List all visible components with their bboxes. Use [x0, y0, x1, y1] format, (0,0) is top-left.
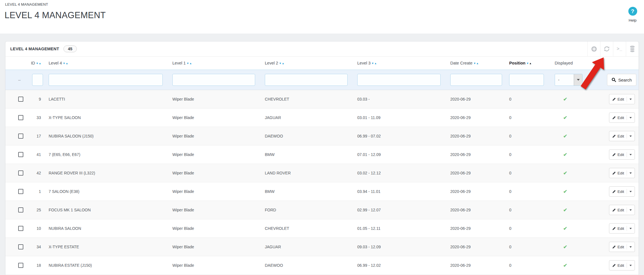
show-sql-query-button[interactable]: >_ [613, 41, 626, 56]
filter-date-create-input[interactable] [450, 74, 502, 86]
add-new-button[interactable] [587, 41, 600, 56]
sort-asc-icon[interactable]: ▲ [66, 62, 68, 65]
edit-dropdown-caret[interactable] [629, 99, 632, 100]
column-header-position[interactable]: Position▼▲ [506, 57, 551, 70]
sort-asc-icon[interactable]: ▲ [529, 62, 532, 65]
sort-desc-icon[interactable]: ▼ [371, 62, 374, 65]
export-sql-button[interactable] [626, 41, 639, 56]
cell-position: 0 [506, 201, 551, 219]
table-row: 34X-TYPE ESTATEWiper BladeJAGUAR09.03 - … [5, 238, 639, 256]
sort-asc-icon[interactable]: ▲ [189, 62, 192, 65]
sort-desc-icon[interactable]: ▼ [279, 62, 282, 65]
displayed-check-icon[interactable]: ✔ [563, 244, 567, 250]
edit-dropdown-caret[interactable] [629, 246, 632, 248]
cell-level1: Wiper Blade [169, 219, 261, 238]
column-header-level1[interactable]: Level 1▼▲ [169, 57, 261, 70]
cell-position: 0 [506, 182, 551, 201]
column-header-level3[interactable]: Level 3▼▲ [354, 57, 447, 70]
edit-dropdown-caret[interactable] [629, 265, 632, 266]
edit-dropdown-caret[interactable] [629, 136, 632, 137]
row-checkbox[interactable] [18, 263, 23, 268]
column-header-level4[interactable]: Level 4▼▲ [45, 57, 169, 70]
sort-asc-icon[interactable]: ▲ [476, 62, 479, 65]
displayed-check-icon[interactable]: ✔ [563, 134, 567, 139]
filter-position-input[interactable] [509, 74, 544, 86]
column-header-level2[interactable]: Level 2▼▲ [261, 57, 354, 70]
filter-level2-input[interactable] [265, 74, 348, 86]
column-label: Level 2 [265, 61, 278, 65]
displayed-check-icon[interactable]: ✔ [563, 170, 567, 176]
filter-level3-input[interactable] [357, 74, 441, 86]
edit-button-label: Edit [618, 189, 624, 194]
cell-level1: Wiper Blade [169, 182, 261, 201]
edit-button[interactable]: Edit [609, 223, 635, 234]
sort-desc-icon[interactable]: ▼ [526, 62, 529, 65]
displayed-check-icon[interactable]: ✔ [563, 115, 567, 120]
row-checkbox[interactable] [18, 152, 23, 157]
sort-asc-icon[interactable]: ▲ [282, 62, 284, 65]
edit-button[interactable]: Edit [609, 113, 635, 123]
sort-asc-icon[interactable]: ▲ [39, 62, 41, 65]
displayed-check-icon[interactable]: ✔ [563, 189, 567, 194]
edit-button[interactable]: Edit [609, 149, 635, 160]
row-checkbox[interactable] [18, 134, 23, 139]
edit-dropdown-caret[interactable] [629, 117, 632, 118]
displayed-check-icon[interactable]: ✔ [563, 97, 567, 102]
edit-button[interactable]: Edit [609, 94, 635, 104]
column-header-id[interactable]: ID▼▲ [25, 57, 45, 70]
cell-displayed: ✔ [551, 127, 601, 145]
search-icon [612, 78, 616, 82]
filter-displayed-select[interactable]: - [555, 74, 583, 86]
filter-id-input[interactable] [32, 74, 43, 86]
row-checkbox[interactable] [18, 97, 23, 102]
edit-button[interactable]: Edit [609, 260, 635, 270]
filter-level1-input[interactable] [172, 74, 255, 86]
cell-level1: Wiper Blade [169, 90, 261, 109]
displayed-check-icon[interactable]: ✔ [563, 226, 567, 231]
sort-desc-icon[interactable]: ▼ [63, 62, 65, 65]
cell-actions: Edit [601, 238, 639, 256]
edit-button-label: Edit [618, 97, 624, 101]
edit-button[interactable]: Edit [609, 242, 635, 252]
search-button[interactable]: Search [607, 74, 636, 86]
help-button[interactable]: ? Help [625, 7, 640, 22]
edit-dropdown-caret[interactable] [629, 191, 632, 192]
sort-desc-icon[interactable]: ▼ [36, 62, 38, 65]
row-checkbox[interactable] [18, 207, 23, 213]
row-checkbox[interactable] [18, 226, 23, 231]
row-checkbox[interactable] [18, 170, 23, 176]
edit-dropdown-caret[interactable] [629, 172, 632, 174]
row-checkbox-cell [5, 182, 25, 201]
displayed-check-icon[interactable]: ✔ [563, 152, 567, 157]
cell-level3: 09.03 - 12.09 [354, 238, 447, 256]
row-checkbox[interactable] [18, 189, 23, 194]
table-row: 42RANGE ROVER III (L322)Wiper BladeLAND … [5, 164, 639, 182]
edit-button[interactable]: Edit [609, 205, 635, 215]
displayed-check-icon[interactable]: ✔ [563, 207, 567, 213]
cell-position: 0 [506, 164, 551, 182]
refresh-button[interactable] [600, 41, 613, 56]
cell-position: 0 [506, 238, 551, 256]
cell-level2: CHEVROLET [261, 90, 354, 109]
edit-button[interactable]: Edit [609, 131, 635, 141]
sort-desc-icon[interactable]: ▼ [473, 62, 476, 65]
sort-desc-icon[interactable]: ▼ [187, 62, 189, 65]
edit-button[interactable]: Edit [609, 186, 635, 197]
filter-level4-input[interactable] [49, 74, 163, 86]
help-icon[interactable]: ? [628, 7, 637, 16]
edit-dropdown-caret[interactable] [629, 228, 632, 229]
edit-button[interactable]: Edit [609, 168, 635, 178]
displayed-check-icon[interactable]: ✔ [563, 263, 567, 268]
edit-dropdown-caret[interactable] [629, 154, 632, 155]
row-checkbox[interactable] [18, 115, 23, 120]
filter-row: -- - [5, 70, 639, 90]
panel-header: LEVEL 4 MANAGEMENT 45 [5, 41, 639, 57]
column-header-date_create[interactable]: Date Create▼▲ [447, 57, 506, 70]
cell-date-create: 2020-06-29 [447, 201, 506, 219]
cell-id: 25 [25, 201, 45, 219]
cell-level2: JAGUAR [261, 238, 354, 256]
cell-actions: Edit [601, 182, 639, 201]
edit-dropdown-caret[interactable] [629, 209, 632, 211]
sort-asc-icon[interactable]: ▲ [374, 62, 377, 65]
row-checkbox[interactable] [18, 244, 23, 249]
